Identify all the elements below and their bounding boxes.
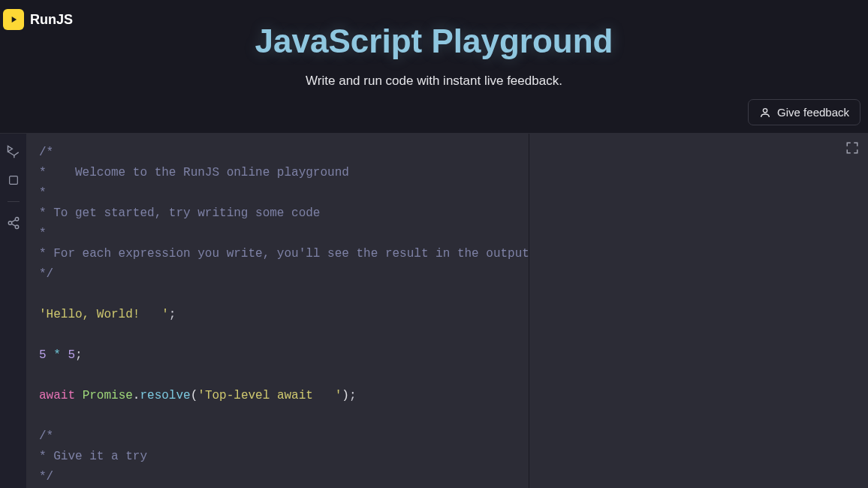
toolbar-divider	[8, 201, 20, 202]
code-paren: )	[342, 389, 349, 402]
code-string: 'Hello, World! '	[39, 308, 169, 321]
code-comment: * For each expression you write, you'll …	[39, 247, 529, 261]
page-subtitle: Write and run code with instant live fee…	[0, 74, 868, 89]
stop-icon[interactable]	[6, 173, 21, 188]
svg-point-3	[8, 221, 12, 225]
code-editor[interactable]: /* * Welcome to the RunJS online playgro…	[27, 134, 529, 488]
page-title: JavaScript Playground	[0, 23, 868, 60]
svg-point-2	[15, 218, 19, 221]
give-feedback-button[interactable]: Give feedback	[748, 99, 860, 125]
give-feedback-label: Give feedback	[777, 106, 849, 119]
code-number: 5	[39, 348, 47, 362]
code-comment: /*	[39, 429, 53, 443]
code-string: 'Top-level await '	[197, 389, 342, 402]
svg-rect-1	[9, 176, 17, 185]
svg-line-5	[11, 220, 15, 222]
svg-point-0	[763, 108, 767, 112]
code-comment: * To get started, try writing some code	[39, 206, 320, 220]
code-comment: * Give it a try	[39, 450, 147, 463]
svg-line-6	[11, 224, 15, 226]
output-panel	[529, 134, 868, 488]
code-dot: .	[133, 389, 140, 402]
code-builtin: Promise	[83, 389, 133, 402]
editor-toolbar	[0, 134, 27, 488]
code-comment: /*	[39, 146, 53, 159]
code-comment: *	[39, 227, 47, 240]
code-comment: * Welcome to the RunJS online playground	[39, 166, 349, 179]
code-semi: ;	[169, 308, 176, 321]
code-operator: *	[47, 348, 68, 362]
code-semi: ;	[75, 348, 83, 362]
code-paren: (	[191, 389, 198, 402]
person-icon	[759, 107, 771, 119]
code-number: 5	[68, 348, 75, 362]
hero: JavaScript Playground Write and run code…	[0, 30, 868, 89]
code-keyword: await	[39, 389, 75, 402]
fullscreen-icon[interactable]	[845, 141, 859, 155]
share-icon[interactable]	[6, 215, 21, 230]
code-semi: ;	[349, 389, 357, 402]
code-comment: *	[39, 186, 47, 200]
svg-point-4	[15, 225, 19, 229]
code-comment: */	[39, 470, 53, 483]
run-icon[interactable]	[6, 144, 21, 159]
code-comment: */	[39, 267, 53, 281]
code-method: resolve	[140, 389, 190, 402]
workspace: /* * Welcome to the RunJS online playgro…	[0, 133, 868, 488]
